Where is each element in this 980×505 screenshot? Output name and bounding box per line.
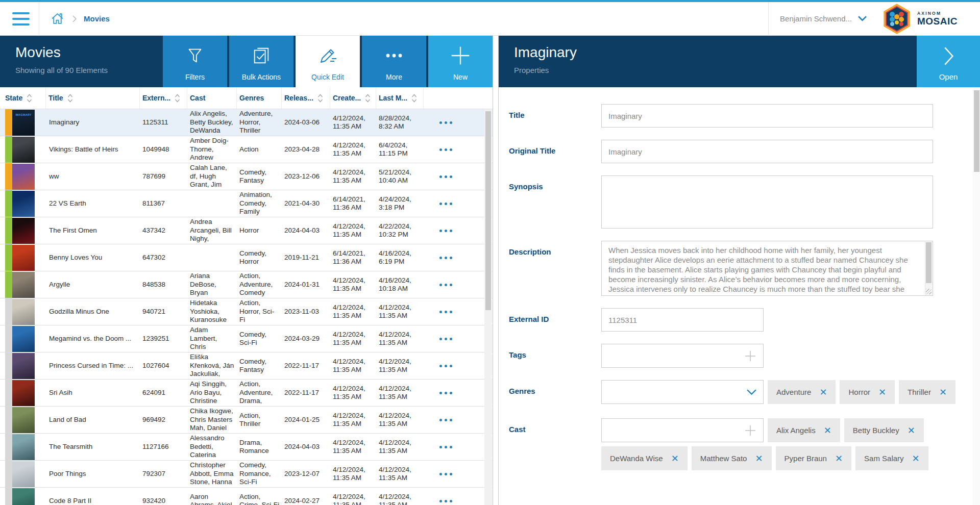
movie-title: 22 VS Earth xyxy=(46,199,140,208)
row-actions-button[interactable] xyxy=(439,443,491,451)
external-id-input[interactable] xyxy=(601,308,764,332)
row-actions-button[interactable] xyxy=(439,416,491,424)
row-actions-button[interactable] xyxy=(439,226,491,235)
table-row[interactable]: Code 8 Part II 932420 Aaron Abrams, Akie… xyxy=(0,488,493,505)
menu-icon[interactable] xyxy=(12,12,30,26)
movie-last-modified: 4/12/2024, 11:35 AM xyxy=(376,304,424,320)
table-row[interactable]: The First Omen 437342 Andrea Arcangeli, … xyxy=(0,217,493,244)
row-actions-button[interactable] xyxy=(439,281,491,289)
sort-icon xyxy=(175,94,180,103)
row-actions-button[interactable] xyxy=(439,362,491,370)
column-header-created[interactable]: Create... xyxy=(330,87,376,109)
movie-created: 6/14/2021, 11:36 AM xyxy=(330,249,376,266)
chip-remove-icon[interactable]: ✕ xyxy=(878,388,886,397)
row-actions-button[interactable] xyxy=(439,308,491,316)
poster-thumbnail xyxy=(12,272,35,298)
table-row[interactable]: Poor Things 792307 Christopher Abbott, E… xyxy=(0,461,493,488)
table-row[interactable]: Benny Loves You 647302 Comedy, Horror 20… xyxy=(0,244,493,271)
table-scrollbar[interactable] xyxy=(484,109,492,505)
movie-last-modified: 4/16/2024, 6:19 PM xyxy=(376,249,424,266)
title-input[interactable] xyxy=(601,104,933,128)
toolbar: Filters Bulk Actions Quick Edit xyxy=(161,36,493,87)
movie-title: ww xyxy=(46,172,140,181)
column-header-released[interactable]: Releas... xyxy=(282,87,330,109)
column-header-external-id[interactable]: Extern... xyxy=(140,87,187,109)
chip-remove-icon[interactable]: ✕ xyxy=(835,454,843,463)
state-cell xyxy=(0,136,46,163)
table-row[interactable]: Sri Asih 624091 Aqi Singgih, Ario Bayu, … xyxy=(0,380,493,407)
tags-label: Tags xyxy=(509,344,601,368)
bulk-actions-button[interactable]: Bulk Actions xyxy=(229,36,293,87)
synopsis-textarea[interactable] xyxy=(601,175,933,229)
cast-input[interactable] xyxy=(601,418,764,442)
open-button[interactable]: Open xyxy=(917,36,980,87)
column-header-last-modified[interactable]: Last M... xyxy=(376,87,424,109)
table-row[interactable]: The Tearsmith 1127166 Alessandro Bedetti… xyxy=(0,434,493,461)
chip-label: Thriller xyxy=(908,388,931,396)
movie-last-modified: 4/12/2024, 11:35 AM xyxy=(376,466,424,483)
resize-grip-icon[interactable] xyxy=(926,289,932,294)
row-actions-button[interactable] xyxy=(439,254,491,262)
original-title-input[interactable] xyxy=(601,140,933,163)
table-row[interactable]: IMAGINARY Imaginary 1125311 Alix Angelis… xyxy=(0,109,493,136)
tags-input[interactable] xyxy=(601,344,764,368)
row-actions-button[interactable] xyxy=(439,470,491,478)
state-indicator xyxy=(5,136,12,163)
chevron-down-icon[interactable] xyxy=(747,389,756,395)
filters-button[interactable]: Filters xyxy=(163,36,227,87)
movie-external-id: 940721 xyxy=(140,308,187,316)
state-cell xyxy=(0,352,46,379)
table-row[interactable]: Megamind vs. the Doom ... 1239251 Adam L… xyxy=(0,325,493,352)
movie-genres: Action, Thriller xyxy=(237,412,282,428)
movie-last-modified: 4/16/2024, 10:18 AM xyxy=(376,276,424,293)
user-menu[interactable]: Benjamin Schwend... xyxy=(780,14,867,23)
state-indicator xyxy=(5,488,12,505)
chip-remove-icon[interactable]: ✕ xyxy=(671,454,679,463)
movie-release-date: 2024-01-25 xyxy=(282,416,330,424)
row-actions-button[interactable] xyxy=(439,145,491,154)
column-header-title[interactable]: Title xyxy=(46,87,140,109)
description-textarea[interactable]: When Jessica moves back into her childho… xyxy=(601,241,933,296)
chip-remove-icon[interactable]: ✕ xyxy=(939,388,947,397)
row-actions-button[interactable] xyxy=(439,172,491,181)
plus-icon[interactable] xyxy=(744,350,756,362)
table-row[interactable]: Godzilla Minus One 940721 Hidetaka Yoshi… xyxy=(0,298,493,325)
poster-thumbnail xyxy=(12,353,35,379)
column-header-state[interactable]: State xyxy=(0,87,46,109)
more-icon xyxy=(384,44,404,67)
chip-remove-icon[interactable]: ✕ xyxy=(755,454,763,463)
table-row[interactable]: Princess Cursed in Time: ... 1027604 Eli… xyxy=(0,352,493,380)
table-row[interactable]: 22 VS Earth 811367 Animation, Comedy, Fa… xyxy=(0,190,493,217)
scrollbar-thumb[interactable] xyxy=(485,111,491,310)
more-button[interactable]: More xyxy=(362,36,426,87)
movie-genres: Comedy, Horror xyxy=(237,249,282,266)
table-row[interactable]: Land of Bad 969492 Chika Ikogwe, Chris M… xyxy=(0,407,493,434)
panel-scrollbar[interactable] xyxy=(973,87,980,505)
plus-icon[interactable] xyxy=(744,424,756,437)
table-row[interactable]: Argylle 848538 Ariana DeBose, Bryan Acti… xyxy=(0,271,493,298)
table-row[interactable]: Vikings: Battle of Heirs 1049948 Amber D… xyxy=(0,136,493,163)
table-row[interactable]: ww 787699 Calah Lane, df, Hugh Grant, Ji… xyxy=(0,163,493,190)
home-icon[interactable] xyxy=(51,12,64,26)
row-actions-button[interactable] xyxy=(439,389,491,397)
poster-label: IMAGINARY xyxy=(12,113,35,116)
chip-remove-icon[interactable]: ✕ xyxy=(912,454,920,463)
breadcrumb-movies[interactable]: Movies xyxy=(84,14,110,23)
chip-remove-icon[interactable]: ✕ xyxy=(819,388,827,397)
scrollbar-thumb[interactable] xyxy=(974,90,979,172)
row-actions-button[interactable] xyxy=(439,335,491,343)
sort-icon xyxy=(27,94,32,103)
quick-edit-icon xyxy=(317,44,338,67)
row-actions-button[interactable] xyxy=(439,497,491,505)
row-actions-button[interactable] xyxy=(439,199,491,208)
chip-remove-icon[interactable]: ✕ xyxy=(824,426,831,435)
row-actions-button[interactable] xyxy=(439,118,491,127)
genres-select[interactable] xyxy=(601,380,764,404)
divider xyxy=(39,2,39,36)
new-button[interactable]: New xyxy=(428,36,493,87)
quick-edit-button[interactable]: Quick Edit xyxy=(296,36,360,87)
poster-thumbnail xyxy=(12,380,35,406)
scrollbar-thumb[interactable] xyxy=(926,242,932,283)
chip-remove-icon[interactable]: ✕ xyxy=(908,426,915,435)
movie-cast: Hidetaka Yoshioka, Kuranosuke xyxy=(187,299,237,324)
